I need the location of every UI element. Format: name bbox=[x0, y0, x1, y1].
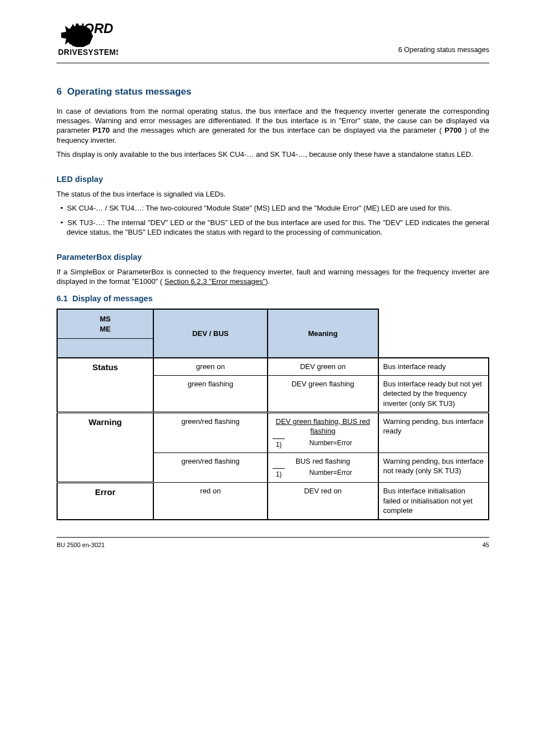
logo: NORD DRIVESYSTEMS bbox=[57, 16, 118, 59]
th-meaning: Meaning bbox=[268, 309, 378, 358]
cell-dev-3-text: DEV green flashing, BUS red flashing bbox=[273, 417, 373, 436]
cell-dev-2: DEV green flashing bbox=[268, 375, 378, 412]
th-ms: MS bbox=[100, 315, 111, 323]
led-p1: The status of the bus interface is signa… bbox=[57, 189, 489, 199]
th-me: ME bbox=[100, 325, 111, 333]
pbox-paragraph: If a SimpleBox or ParameterBox is connec… bbox=[57, 267, 489, 287]
cell-dev-4-t: Number=Error bbox=[288, 468, 373, 477]
intro-p1b: and the messages which are generated for… bbox=[113, 126, 442, 134]
cell-m-5: Bus interface initialisation failed or i… bbox=[378, 483, 489, 520]
group-error: Error bbox=[57, 483, 153, 520]
subsection-heading: 6.1 Display of messages bbox=[57, 293, 489, 304]
cell-dev-1: DEV green on bbox=[268, 358, 378, 375]
cell-dev-4: BUS red flashing 1) Number=Error bbox=[268, 452, 378, 482]
section-title: Operating status messages bbox=[67, 86, 191, 97]
cell-msme-4: green/red flashing bbox=[153, 452, 268, 482]
led-li2-text: SK TU3-…: The internal "DEV" LED or the … bbox=[67, 218, 489, 236]
subsection-number: 6.1 bbox=[57, 294, 68, 303]
cell-dev-5: DEV red on bbox=[268, 483, 378, 520]
th-devbus: DEV / BUS bbox=[153, 309, 268, 358]
th-empty bbox=[57, 339, 153, 358]
intro-p1-bold: P170 bbox=[93, 126, 110, 134]
section-number: 6 bbox=[57, 86, 62, 97]
cell-msme-1: green on bbox=[153, 358, 268, 375]
led-li1-text: SK CU4-… / SK TU4…: The two-coloured "Mo… bbox=[67, 204, 452, 212]
intro-p1-bold2: P700 bbox=[444, 126, 461, 134]
led-li2: • SK TU3-…: The internal "DEV" LED or th… bbox=[57, 218, 489, 237]
cell-msme-2: green flashing bbox=[153, 375, 268, 412]
cell-m-1: Bus interface ready bbox=[378, 358, 489, 375]
page-header-title: 6 Operating status messages bbox=[398, 45, 489, 59]
message-table: MS ME DEV / BUS Meaning Status green on … bbox=[57, 309, 489, 520]
cell-m-3: Warning pending, bus interface ready bbox=[378, 413, 489, 453]
footer-left: BU 2500 en-3021 bbox=[57, 541, 105, 549]
cell-dev-4-n: 1) bbox=[273, 468, 285, 479]
subsection-title: Display of messages bbox=[72, 294, 152, 303]
cell-dev-4-text: BUS red flashing bbox=[273, 456, 373, 466]
th-ms-me: MS ME bbox=[57, 309, 153, 338]
group-status: Status bbox=[57, 358, 153, 412]
cell-dev-3-n: 1) bbox=[273, 438, 285, 449]
group-warning: Warning bbox=[57, 413, 153, 483]
cell-m-2: Bus interface ready but not yet detected… bbox=[378, 375, 489, 412]
page-footer: BU 2500 en-3021 45 bbox=[57, 537, 489, 549]
pbox-link[interactable]: Section 6.2.3 "Error messages" bbox=[165, 277, 265, 286]
footer-right: 45 bbox=[483, 541, 489, 549]
section-heading: 6 Operating status messages bbox=[57, 86, 489, 99]
cell-msme-5: red on bbox=[153, 483, 268, 520]
cell-dev-3-t: Number=Error bbox=[288, 438, 373, 447]
led-li1: • SK CU4-… / SK TU4…: The two-coloured "… bbox=[57, 203, 489, 213]
logo-text-top: NORD bbox=[74, 21, 113, 36]
cell-dev-3: DEV green flashing, BUS red flashing 1) … bbox=[268, 413, 378, 453]
pbox-heading: ParameterBox display bbox=[57, 252, 489, 263]
intro-paragraph-2: This display is only available to the bu… bbox=[57, 150, 489, 159]
header-divider bbox=[57, 63, 489, 63]
pbox-p-text: If a SimpleBox or ParameterBox is connec… bbox=[57, 268, 489, 286]
cell-m-4: Warning pending, bus interface not ready… bbox=[378, 452, 489, 482]
led-heading: LED display bbox=[57, 174, 489, 185]
intro-paragraph: In case of deviations from the normal op… bbox=[57, 106, 489, 146]
cell-msme-3: green/red flashing bbox=[153, 413, 268, 453]
logo-text-bottom: DRIVESYSTEMS bbox=[58, 48, 118, 57]
